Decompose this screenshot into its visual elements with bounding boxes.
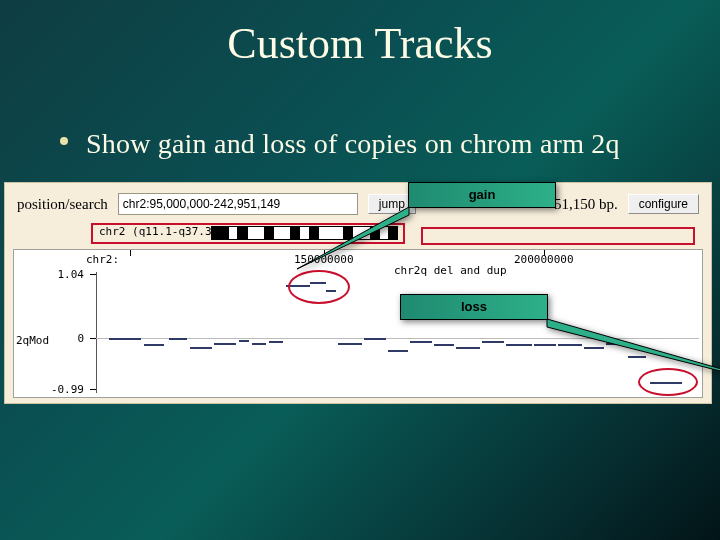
y-tick-bot: -0.99 [44,383,84,396]
ruler-tick [544,250,545,256]
track-name: 2qMod [16,334,49,347]
callout-loss-pointer [541,309,681,379]
position-label: position/search [17,196,108,213]
region-size: 51,150 bp. [554,196,618,213]
callout-loss-label: loss [461,299,487,314]
slide-title: Custom Tracks [0,18,720,69]
bullet-icon [60,137,68,145]
configure-button[interactable]: configure [628,194,699,214]
svg-marker-0 [297,207,409,269]
y-tick-top: 1.04 [44,268,84,281]
callout-gain: gain [408,182,556,208]
y-tick-mid: 0 [44,332,84,345]
highlight-box-ideogram-arm [421,227,695,245]
ruler-chr-label: chr2: [86,253,119,266]
callout-gain-label: gain [469,187,496,202]
bullet-row: Show gain and loss of copies on chrom ar… [60,128,680,160]
y-tick-line [90,389,96,390]
y-tick-line [90,274,96,275]
callout-gain-pointer [297,195,417,275]
ruler-tick [130,250,131,256]
chromosome-band-label: chr2 (q11.1-q37.3) [99,225,218,238]
bullet-text: Show gain and loss of copies on chrom ar… [86,128,620,160]
callout-loss: loss [400,294,548,320]
y-axis [96,272,97,393]
